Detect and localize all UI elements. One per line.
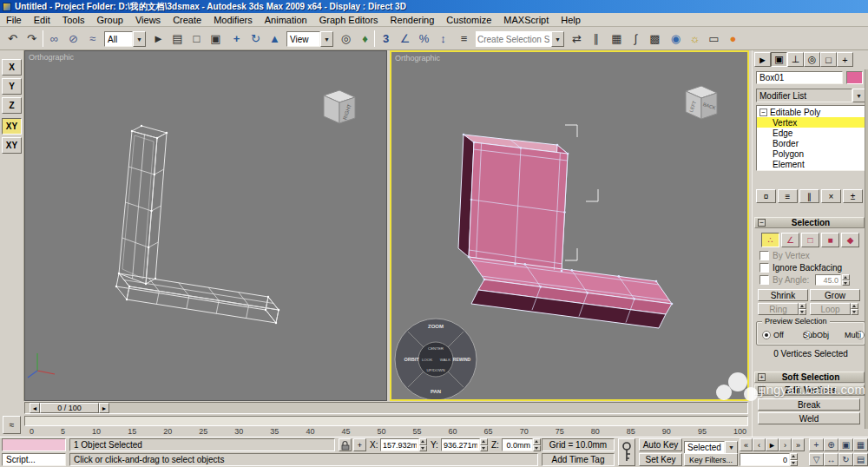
menu-item-tools[interactable]: Tools <box>56 15 91 25</box>
redo-button[interactable]: ↷ <box>23 30 41 48</box>
collapse-icon[interactable]: − <box>758 386 766 394</box>
stack-item-root[interactable]: − Editable Poly <box>757 107 865 117</box>
use-pivot-center-button[interactable]: ◎ <box>337 30 355 48</box>
selection-rollout-header[interactable]: − Selection <box>754 217 865 228</box>
zoom-extents-button[interactable]: ▣ <box>838 438 853 451</box>
undo-button[interactable]: ↶ <box>3 30 22 48</box>
track-bar[interactable]: ≈ 05101520253035404550556065707580859095… <box>0 415 752 437</box>
show-end-result-button[interactable]: ≡ <box>778 189 798 203</box>
loop-spinner[interactable] <box>851 303 858 315</box>
percent-snap-button[interactable]: % <box>415 30 433 48</box>
key-mode-dropdown[interactable]: Selected ▼ <box>684 441 738 454</box>
panel-scrollbar[interactable] <box>865 69 868 429</box>
remove-modifier-button[interactable]: × <box>821 189 841 203</box>
z-coordinate-field[interactable] <box>502 438 533 451</box>
select-and-scale-button[interactable]: ▲ <box>266 30 284 48</box>
rendered-frame-window-button[interactable]: ▭ <box>705 30 723 48</box>
viewcube[interactable]: LEFT BACK <box>686 86 717 119</box>
set-keys-button[interactable] <box>618 438 635 466</box>
previous-frame-button[interactable]: ‹ <box>753 438 766 451</box>
subobject-element-button[interactable]: ◆ <box>841 233 859 247</box>
material-editor-button[interactable]: ◉ <box>667 30 685 48</box>
next-frame-arrow-icon[interactable]: ► <box>99 403 109 413</box>
chevron-down-icon[interactable]: ▼ <box>852 89 865 102</box>
selection-filter-dropdown[interactable]: All ▼ <box>104 31 146 47</box>
soft-selection-rollout-header[interactable]: + Soft Selection <box>754 372 865 383</box>
stack-item-element[interactable]: Element <box>757 159 865 169</box>
menu-item-edit[interactable]: Edit <box>28 15 56 25</box>
modifier-stack[interactable]: − Editable Poly Vertex Edge Border Polyg… <box>756 105 865 171</box>
maximize-viewport-toggle-button[interactable]: ▤ <box>853 453 868 466</box>
zoom-all-button[interactable]: ⊕ <box>824 438 838 451</box>
menu-item-file[interactable]: File <box>0 15 28 25</box>
track-bar-key-area[interactable] <box>24 416 748 426</box>
field-of-view-button[interactable]: ▽ <box>809 453 824 466</box>
make-unique-button[interactable]: ∥ <box>799 189 819 203</box>
loop-button[interactable]: Loop <box>810 303 851 315</box>
unlink-selection-button[interactable]: ⊘ <box>64 30 82 48</box>
menu-item-modifiers[interactable]: Modifiers <box>207 15 259 25</box>
zoom-extents-all-button[interactable]: ▦ <box>853 438 868 451</box>
preview-off-radio[interactable] <box>762 331 771 339</box>
edit-vertices-rollout-header[interactable]: − Edit Vertices <box>754 385 865 396</box>
viewport-left[interactable]: RIGHT Orthographic <box>24 50 387 401</box>
menu-item-group[interactable]: Group <box>90 15 129 25</box>
mirror-button[interactable]: ⇄ <box>568 30 586 48</box>
wheel-rewind-label[interactable]: REWIND <box>453 357 471 362</box>
wheel-pan-label[interactable]: PAN <box>431 389 441 394</box>
time-slider-thumb[interactable]: ◄ 0 / 100 ► <box>30 403 109 413</box>
layer-manager-button[interactable]: ▦ <box>608 30 626 48</box>
select-and-link-button[interactable]: ∞ <box>45 30 63 48</box>
y-spinner[interactable] <box>480 438 488 451</box>
menu-item-views[interactable]: Views <box>129 15 167 25</box>
menu-item-animation[interactable]: Animation <box>259 15 313 25</box>
quick-render-button[interactable]: ● <box>724 30 742 48</box>
stack-item-vertex[interactable]: Vertex <box>757 117 865 128</box>
selection-lock-button[interactable] <box>339 438 352 451</box>
subobject-edge-button[interactable]: ∠ <box>781 233 799 247</box>
ignore-backfacing-checkbox[interactable] <box>760 263 769 273</box>
pin-stack-button[interactable]: ¤ <box>756 189 776 203</box>
reference-coordinate-dropdown[interactable]: View ▼ <box>286 31 333 47</box>
bind-to-space-warp-button[interactable]: ≈ <box>83 30 102 48</box>
axis-xy-flyout-button[interactable]: XY <box>2 137 22 154</box>
viewport-right[interactable]: LEFT BACK ZOOM ORBIT PAN REWIND CENTER L… <box>390 50 749 401</box>
select-and-move-button[interactable]: + <box>227 30 246 48</box>
subobject-vertex-button[interactable]: ∴ <box>761 233 779 247</box>
subobject-border-button[interactable]: □ <box>801 233 819 247</box>
x-coordinate-field[interactable] <box>380 438 419 451</box>
go-to-end-button[interactable]: » <box>792 438 805 451</box>
tab-create[interactable]: ► <box>754 52 771 67</box>
wheel-center-label[interactable]: CENTER <box>428 346 444 351</box>
go-to-start-button[interactable]: « <box>740 438 753 451</box>
by-angle-spinner[interactable] <box>842 274 850 286</box>
chevron-down-icon[interactable]: ▼ <box>551 31 564 47</box>
auto-key-button[interactable]: Auto Key <box>639 438 682 451</box>
shrink-button[interactable]: Shrink <box>758 289 808 301</box>
absolute-offset-toggle-button[interactable]: + <box>353 438 366 451</box>
select-by-name-button[interactable]: ▤ <box>168 30 187 48</box>
play-button[interactable]: ► <box>766 438 779 451</box>
axis-z-button[interactable]: Z <box>2 97 22 114</box>
wheel-updown-label[interactable]: UP/DOWN <box>426 368 444 372</box>
object-color-swatch[interactable] <box>846 71 863 84</box>
x-spinner[interactable] <box>419 438 427 451</box>
menu-item-maxscript[interactable]: MAXScript <box>497 15 555 25</box>
snaps-toggle-button[interactable]: 3 <box>377 30 395 48</box>
wheel-zoom-label[interactable]: ZOOM <box>428 324 444 329</box>
chevron-down-icon[interactable]: ▼ <box>725 441 738 454</box>
mini-curve-editor-button[interactable]: ≈ <box>3 416 21 434</box>
by-vertex-checkbox[interactable] <box>760 251 769 260</box>
modifier-list-dropdown[interactable]: Modifier List ▼ <box>756 89 865 102</box>
configure-modifier-sets-button[interactable]: ± <box>843 189 863 203</box>
menu-item-create[interactable]: Create <box>167 15 207 25</box>
viewport-label[interactable]: Orthographic <box>395 54 440 62</box>
tab-display[interactable]: □ <box>820 52 837 67</box>
y-coordinate-field[interactable] <box>441 438 480 451</box>
tab-motion[interactable]: ◎ <box>804 52 820 67</box>
pan-view-button[interactable]: ↔ <box>824 453 838 466</box>
arc-rotate-button[interactable]: ↻ <box>838 453 853 466</box>
window-crossing-button[interactable]: ▣ <box>207 30 225 48</box>
previous-frame-arrow-icon[interactable]: ◄ <box>30 403 40 413</box>
wheel-look-label[interactable]: LOOK <box>422 358 432 362</box>
